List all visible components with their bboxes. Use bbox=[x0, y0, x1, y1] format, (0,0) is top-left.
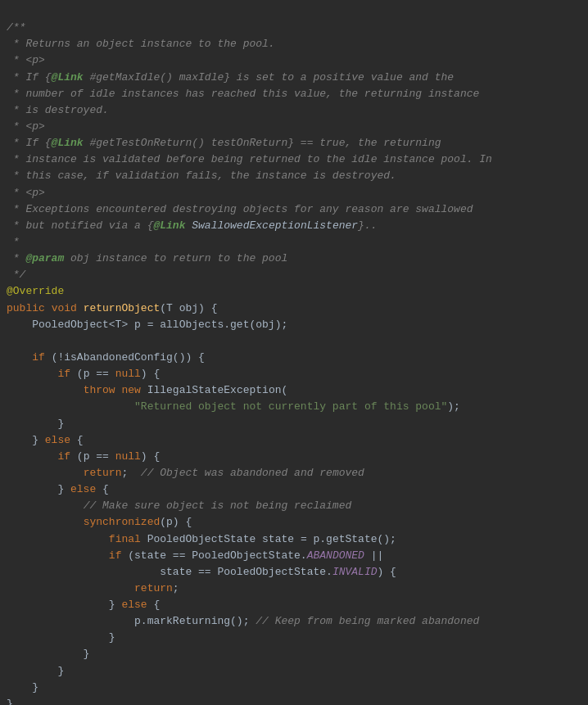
code-line: * Exceptions encountered destroying obje… bbox=[0, 201, 588, 218]
code-line: */ bbox=[0, 267, 588, 283]
code-line: } bbox=[0, 416, 588, 432]
code-line: } bbox=[0, 646, 588, 662]
code-line: @Override bbox=[0, 283, 588, 300]
code-line: /** bbox=[0, 20, 588, 36]
code-line: if (p == null) { bbox=[0, 366, 588, 382]
code-line: * number of idle instances has reached t… bbox=[0, 86, 588, 102]
code-line: if (state == PooledObjectState.ABANDONED… bbox=[0, 548, 588, 564]
code-line: * is destroyed. bbox=[0, 102, 588, 119]
code-line: p.markReturning(); // Keep from being ma… bbox=[0, 613, 588, 630]
code-line: } bbox=[0, 680, 588, 696]
code-line: throw new IllegalStateException( bbox=[0, 382, 588, 399]
code-line: * but notified via a {@Link SwallowedExc… bbox=[0, 218, 588, 234]
code-line: synchronized(p) { bbox=[0, 514, 588, 531]
code-line: public void returnObject(T obj) { bbox=[0, 301, 588, 317]
code-line: if (!isAbandonedConfig()) { bbox=[0, 350, 588, 366]
code-line: * Returns an object instance to the pool… bbox=[0, 36, 588, 52]
code-line: * <p> bbox=[0, 52, 588, 69]
code-line: * instance is validated before being ret… bbox=[0, 151, 588, 168]
code-line: * If {@Link #getMaxIdle() maxIdle} is se… bbox=[0, 70, 588, 86]
code-line: PooledObject<T> p = allObjects.get(obj); bbox=[0, 317, 588, 333]
code-line: * If {@Link #getTestOnReturn() testOnRet… bbox=[0, 135, 588, 151]
code-line: final PooledObjectState state = p.getSta… bbox=[0, 531, 588, 548]
code-line: } else { bbox=[0, 432, 588, 449]
code-line: * @param obj instance to return to the p… bbox=[0, 251, 588, 267]
code-line: * <p> bbox=[0, 185, 588, 201]
code-line: } bbox=[0, 630, 588, 646]
code-line bbox=[0, 333, 588, 350]
code-line: * this case, if validation fails, the in… bbox=[0, 168, 588, 184]
code-line: } else { bbox=[0, 481, 588, 498]
code-line: return; bbox=[0, 581, 588, 597]
code-line: * <p> bbox=[0, 119, 588, 135]
code-line: } bbox=[0, 696, 588, 705]
code-line: } bbox=[0, 663, 588, 680]
code-line: } else { bbox=[0, 597, 588, 613]
code-line: return; // Object was abandoned and remo… bbox=[0, 465, 588, 481]
code-line: "Returned object not currently part of t… bbox=[0, 399, 588, 415]
code-line: if (p == null) { bbox=[0, 449, 588, 465]
code-line: * bbox=[0, 234, 588, 251]
code-editor: /** * Returns an object instance to the … bbox=[0, 0, 588, 705]
code-line: state == PooledObjectState.INVALID) { bbox=[0, 564, 588, 581]
code-line: // Make sure object is not being reclaim… bbox=[0, 498, 588, 514]
